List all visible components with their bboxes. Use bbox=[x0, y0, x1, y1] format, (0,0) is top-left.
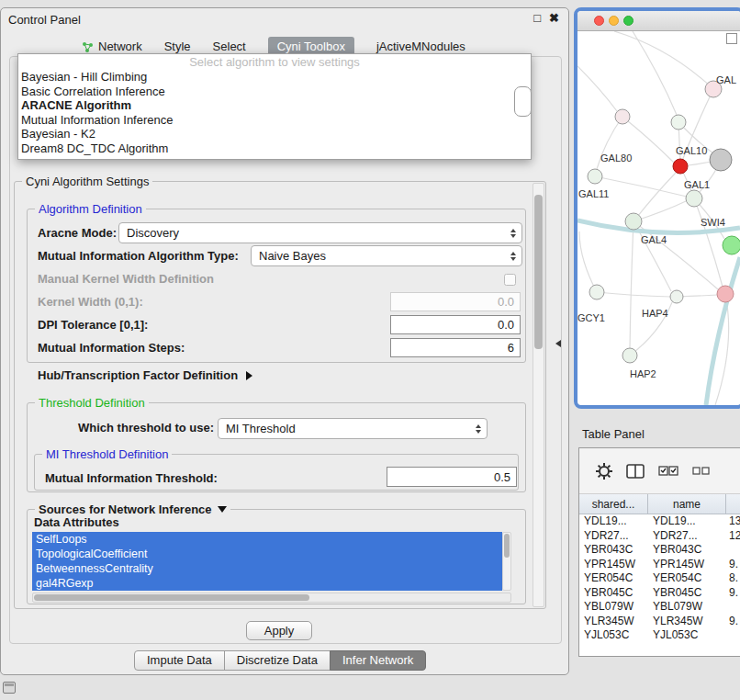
network-edge bbox=[597, 292, 670, 297]
data-attribute-item[interactable]: BetweennessCentrality bbox=[32, 561, 502, 576]
tab-infer-network[interactable]: Infer Network bbox=[330, 650, 426, 671]
algorithm-option[interactable]: Dream8 DC_TDC Algorithm bbox=[18, 141, 531, 156]
settings-scrollbar-thumb[interactable] bbox=[534, 195, 543, 349]
algorithm-option[interactable]: ARACNE Algorithm bbox=[18, 98, 531, 113]
network-edge bbox=[579, 231, 597, 292]
settings-gear-icon[interactable] bbox=[596, 463, 612, 480]
tab-impute-data[interactable]: Impute Data bbox=[134, 650, 225, 671]
network-node[interactable] bbox=[625, 213, 642, 230]
node-label: GAL80 bbox=[600, 152, 632, 164]
table-cell: YBR043C bbox=[648, 543, 726, 558]
close-traffic-light[interactable] bbox=[594, 16, 604, 26]
table-cell: YDL19... bbox=[579, 514, 648, 529]
table-cell: YBR043C bbox=[579, 543, 648, 558]
node-label: HAP4 bbox=[642, 308, 668, 319]
chevron-updown-icon bbox=[470, 424, 486, 434]
minimize-traffic-light[interactable] bbox=[609, 16, 619, 26]
network-node[interactable] bbox=[673, 159, 688, 174]
hub-section-toggle[interactable]: Hub/Transcription Factor Definition bbox=[38, 368, 252, 382]
zoom-traffic-light[interactable] bbox=[623, 16, 633, 26]
algorithm-definition-title: Algorithm Definition bbox=[35, 202, 146, 216]
attributes-scrollbar[interactable] bbox=[502, 532, 511, 591]
threshold-definition-title: Threshold Definition bbox=[35, 396, 149, 410]
mi-type-select[interactable]: Naive Bayes bbox=[251, 245, 522, 266]
network-node[interactable] bbox=[686, 190, 702, 207]
table-row[interactable]: YDR27...YDR27...12 bbox=[579, 529, 740, 544]
network-node[interactable] bbox=[588, 169, 602, 184]
table-cell: YJL053C bbox=[648, 628, 726, 643]
columns-icon[interactable] bbox=[626, 464, 645, 479]
sources-toggle[interactable]: Sources for Network Inference bbox=[35, 502, 230, 516]
kernel-width-label: Kernel Width (0,1): bbox=[38, 296, 143, 309]
network-canvas[interactable]: GALGAL80GAL10GAL11GAL1SWI4GAL4GCY1HAP4HA… bbox=[577, 31, 740, 405]
algorithm-option[interactable]: Basic Correlation Inference bbox=[18, 85, 531, 99]
table-row[interactable]: YBL079WYBL079W bbox=[579, 600, 740, 615]
aracne-mode-select[interactable]: Discovery bbox=[118, 222, 522, 243]
network-node[interactable] bbox=[589, 285, 604, 299]
dpi-tolerance-input[interactable]: 0.0 bbox=[390, 315, 521, 334]
chevron-updown-icon bbox=[505, 252, 521, 261]
clear-selection-icon[interactable] bbox=[692, 467, 711, 475]
table-row[interactable]: YDL19...YDL19...13 bbox=[579, 514, 740, 529]
table-row[interactable]: YBR043CYBR043C bbox=[579, 543, 740, 558]
birdseye-toggle[interactable] bbox=[726, 33, 737, 44]
data-attribute-item[interactable]: gal4RGexp bbox=[32, 576, 502, 591]
network-node[interactable] bbox=[622, 348, 637, 363]
which-threshold-select[interactable]: MI Threshold bbox=[218, 418, 488, 439]
column-header-shared-name[interactable]: shared... bbox=[579, 494, 648, 514]
table-cell: YDR27... bbox=[648, 529, 726, 544]
mi-threshold-input[interactable]: 0.5 bbox=[387, 467, 517, 487]
network-window-titlebar[interactable] bbox=[577, 11, 740, 31]
table-row[interactable]: YLR345WYLR345W9. bbox=[579, 615, 740, 629]
column-header-name[interactable]: name bbox=[648, 494, 726, 514]
attributes-hscrollbar-thumb[interactable] bbox=[34, 594, 309, 601]
algorithm-option[interactable]: Mutual Information Inference bbox=[18, 113, 531, 128]
network-node[interactable] bbox=[710, 149, 732, 171]
network-node[interactable] bbox=[671, 115, 686, 130]
column-header-cut[interactable] bbox=[726, 494, 740, 514]
table-cell: 8. bbox=[726, 571, 740, 586]
algorithm-option[interactable]: Bayesian - K2 bbox=[18, 127, 531, 141]
algorithm-option[interactable]: Bayesian - Hill Climbing bbox=[18, 70, 531, 85]
table-cell: YBR045C bbox=[648, 586, 726, 601]
network-node[interactable] bbox=[615, 109, 630, 124]
table-cell: YPR145W bbox=[648, 558, 726, 572]
algorithm-popup-placeholder: Select algorithm to view settings bbox=[18, 54, 531, 70]
mi-threshold-group-title: MI Threshold Definition bbox=[42, 447, 172, 461]
network-edge bbox=[706, 257, 740, 405]
close-window-icon[interactable]: ✖ bbox=[549, 11, 559, 25]
settings-scrollbar[interactable] bbox=[533, 183, 544, 607]
table-cell bbox=[726, 628, 740, 643]
attributes-hscrollbar[interactable] bbox=[32, 593, 511, 603]
select-all-icon[interactable] bbox=[658, 466, 678, 476]
panel-collapse-arrow[interactable] bbox=[555, 340, 561, 347]
minimize-window-icon[interactable]: □ bbox=[533, 11, 541, 25]
table-cell: YPR145W bbox=[579, 558, 648, 572]
mi-threshold-label: Mutual Information Threshold: bbox=[45, 472, 218, 485]
data-attributes-list: SelfLoopsTopologicalCoefficientBetweenne… bbox=[32, 532, 502, 591]
partial-spinner-control[interactable] bbox=[514, 86, 532, 117]
mi-steps-input[interactable]: 6 bbox=[390, 338, 521, 357]
data-attribute-item[interactable]: TopologicalCoefficient bbox=[32, 547, 502, 561]
data-attributes-label: Data Attributes bbox=[34, 516, 119, 529]
table-header: shared... name bbox=[579, 494, 740, 514]
table-row[interactable]: YPR145WYPR145W9. bbox=[579, 558, 740, 572]
table-row[interactable]: YER054CYER054C8. bbox=[579, 571, 740, 586]
network-tab-icon bbox=[82, 41, 94, 53]
attributes-scrollbar-thumb[interactable] bbox=[504, 534, 510, 558]
network-node[interactable] bbox=[717, 286, 734, 302]
network-node[interactable] bbox=[670, 290, 683, 303]
table-body: YDL19...YDL19...13YDR27...YDR27...12YBR0… bbox=[579, 514, 740, 656]
data-attribute-item[interactable]: SelfLoops bbox=[32, 532, 502, 547]
table-cell: 9. bbox=[726, 586, 740, 601]
network-node[interactable] bbox=[723, 236, 740, 254]
bottom-tab-group: Impute Data Discretize Data Infer Networ… bbox=[134, 650, 426, 671]
table-row[interactable]: YJL053CYJL053C bbox=[579, 628, 740, 643]
chevron-updown-icon bbox=[505, 229, 521, 238]
apply-button[interactable]: Apply bbox=[246, 621, 312, 640]
table-row[interactable]: YBR045CYBR045C9. bbox=[579, 586, 740, 601]
tab-discretize-data[interactable]: Discretize Data bbox=[224, 650, 331, 671]
manual-kernel-checkbox[interactable] bbox=[504, 274, 516, 286]
kernel-width-input[interactable]: 0.0 bbox=[390, 292, 521, 311]
minimized-panel-icon[interactable] bbox=[3, 682, 16, 694]
